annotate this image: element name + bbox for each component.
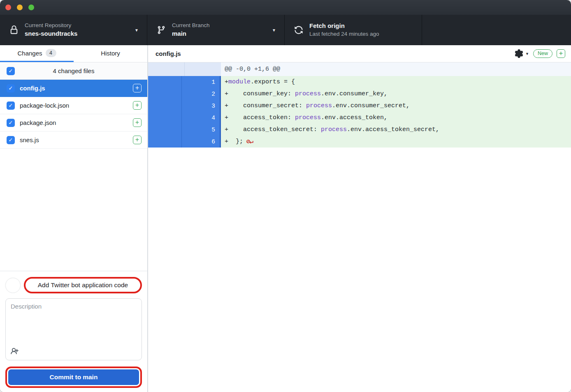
- diff-header: config.js ▼ New: [148, 45, 571, 62]
- add-coauthor-button[interactable]: [11, 347, 21, 356]
- file-name: config.js: [20, 85, 128, 92]
- file-row[interactable]: package.json: [0, 114, 147, 131]
- diff-line-gutter[interactable]: 3: [148, 100, 221, 112]
- file-include-checkbox[interactable]: [7, 136, 15, 144]
- diff-hunk-header: @@ -0,0 +1,6 @@: [221, 62, 571, 76]
- file-row[interactable]: config.js: [0, 80, 147, 97]
- sidebar-empty-space: [0, 149, 147, 271]
- changes-sidebar: Changes 4 History 4 changed files config…: [0, 45, 148, 392]
- avatar: [5, 278, 21, 293]
- file-include-checkbox[interactable]: [7, 84, 15, 92]
- diff-line-gutter[interactable]: 4: [148, 112, 221, 124]
- github-desktop-window: Current Repository snes-soundtracks ▼ Cu…: [0, 0, 571, 392]
- diff-line-code: + access_token: process.env.access_token…: [221, 112, 571, 124]
- file-include-checkbox[interactable]: [7, 119, 15, 127]
- gear-icon: [515, 49, 523, 58]
- diff-line: 4+ access_token: process.env.access_toke…: [148, 112, 571, 124]
- branch-label: Current Branch: [172, 22, 210, 29]
- chevron-down-icon: ▼: [525, 52, 529, 56]
- fetch-label: Fetch origin: [309, 22, 379, 30]
- commit-button-label: Commit to: [50, 374, 81, 381]
- file-name: package-lock.json: [20, 102, 128, 109]
- commit-summary-input[interactable]: Add Twitter bot application code: [38, 281, 128, 289]
- file-row[interactable]: package-lock.json: [0, 97, 147, 114]
- file-include-checkbox[interactable]: [7, 101, 15, 110]
- tab-changes[interactable]: Changes 4: [0, 45, 74, 62]
- new-file-badge: New: [533, 49, 552, 58]
- file-name: snes.js: [20, 136, 128, 143]
- diff-line-gutter[interactable]: 5: [148, 124, 221, 136]
- commit-description-box: [5, 298, 142, 360]
- repository-name: snes-soundtracks: [25, 30, 77, 38]
- changed-files-header: 4 changed files: [0, 62, 147, 80]
- diff-line: 2+ consumer_key: process.env.consumer_ke…: [148, 88, 571, 100]
- tab-changes-label: Changes: [17, 50, 42, 57]
- fetch-origin-button[interactable]: Fetch origin Last fetched 24 minutes ago: [285, 15, 422, 45]
- current-branch-dropdown[interactable]: Current Branch main ▼: [147, 15, 285, 45]
- toolbar-empty-space: [422, 15, 571, 45]
- file-action-plus-icon[interactable]: [133, 101, 142, 110]
- zoom-window-button[interactable]: [28, 5, 34, 10]
- file-list: config.jspackage-lock.jsonpackage.jsonsn…: [0, 80, 147, 149]
- changed-files-count: 4 changed files: [15, 67, 132, 74]
- diff-line-gutter[interactable]: 2: [148, 88, 221, 100]
- diff-line-code: + consumer_key: process.env.consumer_key…: [221, 88, 571, 100]
- diff-line-code: + consumer_secret: process.env.consumer_…: [221, 100, 571, 112]
- close-window-button[interactable]: [5, 5, 11, 10]
- commit-description-input[interactable]: [11, 303, 137, 344]
- file-action-plus-icon[interactable]: [133, 136, 142, 144]
- diff-options-button[interactable]: ▼: [515, 49, 529, 58]
- select-all-checkbox[interactable]: [7, 67, 15, 75]
- diff-line-number: 2: [181, 88, 220, 100]
- chevron-down-icon: ▼: [272, 28, 276, 32]
- sidebar-tabbar: Changes 4 History: [0, 45, 147, 62]
- git-branch-icon: [156, 25, 166, 35]
- diff-pane: config.js ▼ New @@ -0,0 +1,6 @@: [148, 45, 571, 392]
- chevron-down-icon: ▼: [135, 28, 139, 32]
- tab-history-label: History: [101, 50, 120, 57]
- diff-line-code: + }; ⊘↵: [221, 136, 571, 148]
- minimize-window-button[interactable]: [17, 5, 23, 10]
- changes-count-badge: 4: [46, 49, 56, 57]
- diff-line: 1+module.exports = {: [148, 76, 571, 88]
- branch-name: main: [172, 30, 210, 38]
- commit-summary-row: Add Twitter bot application code: [5, 277, 142, 293]
- add-file-plus-icon[interactable]: [557, 49, 565, 58]
- file-row[interactable]: snes.js: [0, 131, 147, 149]
- titlebar: [0, 0, 571, 15]
- diff-line: 6+ }; ⊘↵: [148, 136, 571, 148]
- diff-line-code: +module.exports = {: [221, 76, 571, 88]
- sync-refresh-icon: [294, 25, 304, 35]
- diff-line-number: 3: [181, 100, 220, 112]
- tab-history[interactable]: History: [74, 45, 147, 62]
- file-action-plus-icon[interactable]: [133, 84, 142, 92]
- repository-label: Current Repository: [25, 22, 77, 29]
- diff-line-gutter[interactable]: 1: [148, 76, 221, 88]
- diff-line-number: 5: [181, 124, 220, 136]
- diff-hunk-gutter: [148, 62, 221, 76]
- annotation-summary-highlight: Add Twitter bot application code: [24, 277, 142, 293]
- annotation-commit-button-highlight: Commit to main: [5, 367, 142, 388]
- diff-line-code: + access_token_secret: process.env.acces…: [221, 124, 571, 136]
- diff-line-number: 4: [181, 112, 220, 124]
- diff-line-gutter[interactable]: 6: [148, 136, 221, 148]
- commit-form: Add Twitter bot application code Commit …: [0, 271, 147, 392]
- diff-line-number: 6: [181, 136, 220, 148]
- commit-button-branch: main: [83, 374, 97, 381]
- diff-line-number: 1: [181, 76, 220, 88]
- repository-lock-icon: [9, 25, 19, 35]
- diff-line: 5+ access_token_secret: process.env.acce…: [148, 124, 571, 136]
- fetch-status: Last fetched 24 minutes ago: [309, 31, 379, 38]
- current-repository-dropdown[interactable]: Current Repository snes-soundtracks ▼: [0, 15, 147, 45]
- diff-file-title: config.js: [156, 50, 181, 57]
- diff-body: @@ -0,0 +1,6 @@ 1+module.exports = {2+ c…: [148, 62, 571, 392]
- file-action-plus-icon[interactable]: [133, 118, 142, 127]
- diff-line: 3+ consumer_secret: process.env.consumer…: [148, 100, 571, 112]
- commit-to-branch-button[interactable]: Commit to main: [8, 369, 139, 385]
- diff-hunk-row: @@ -0,0 +1,6 @@: [148, 62, 571, 76]
- diff-code-lines: 1+module.exports = {2+ consumer_key: pro…: [148, 76, 571, 148]
- toolbar: Current Repository snes-soundtracks ▼ Cu…: [0, 15, 571, 45]
- file-name: package.json: [20, 119, 128, 126]
